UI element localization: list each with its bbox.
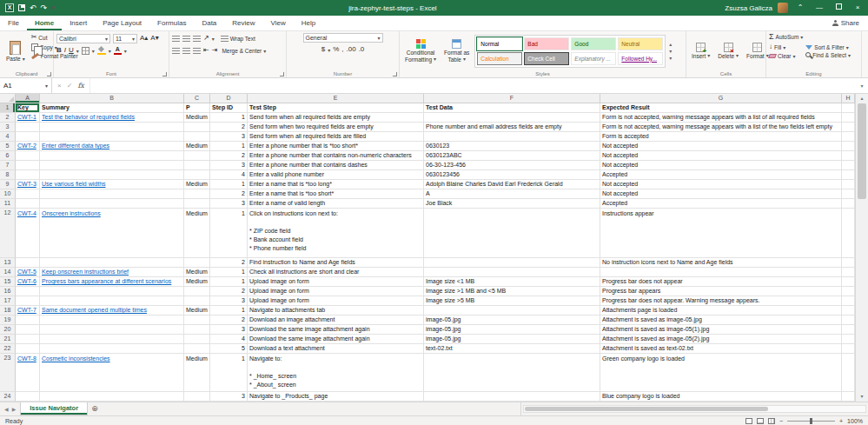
cell-C19[interactable] (184, 315, 210, 325)
cell-G14[interactable] (600, 268, 842, 277)
row-header-7[interactable]: 7 (0, 161, 16, 170)
cell-A2[interactable]: CWT-1 (16, 113, 40, 123)
bold-button[interactable]: B (56, 46, 62, 55)
cell-A24[interactable] (16, 392, 40, 402)
cell-H5[interactable] (842, 142, 855, 151)
number-dialog-launcher-icon[interactable] (393, 72, 397, 76)
middle-align-icon[interactable] (182, 36, 190, 42)
cell-B7[interactable] (40, 161, 184, 170)
cell-D7[interactable]: 3 (210, 161, 248, 170)
ribbon-tab-file[interactable]: File (0, 16, 27, 30)
column-header-F[interactable]: F (424, 94, 600, 103)
cell-F9[interactable]: Adolph Blaine Charles David Earl Frederi… (424, 180, 600, 189)
zoom-slider[interactable] (787, 421, 835, 422)
cell-D14[interactable]: 1 (210, 268, 248, 277)
cell-D21[interactable]: 4 (210, 335, 248, 344)
cell-E4[interactable]: Send form when all required fields are f… (248, 132, 424, 142)
cell-H23[interactable] (842, 354, 855, 392)
cell-B2[interactable]: Test the behavior of required fields (40, 113, 184, 123)
cell-B14[interactable]: Keep onscreen instructions brief (40, 268, 184, 277)
cell-H20[interactable] (842, 325, 855, 335)
maximize-button[interactable] (832, 0, 845, 16)
page-layout-view-icon[interactable] (757, 418, 764, 424)
cell-B15[interactable]: Progress bars appearance at different sc… (40, 277, 184, 287)
cell-A6[interactable] (16, 151, 40, 161)
find-select-button[interactable]: Find & Select▾ (805, 52, 851, 58)
cell-G6[interactable]: Not accepted (600, 151, 842, 161)
cell-D4[interactable]: 3 (210, 132, 248, 142)
cell-C16[interactable] (184, 287, 210, 296)
cell-D6[interactable]: 2 (210, 151, 248, 161)
cell-A17[interactable] (16, 296, 40, 306)
cell-D1[interactable]: Step ID (210, 103, 248, 113)
cell-B17[interactable] (40, 296, 184, 306)
ribbon-tab-home[interactable]: Home (27, 16, 62, 30)
gallery-up-icon[interactable]: ▴ (669, 41, 672, 47)
cell-D10[interactable]: 2 (210, 189, 248, 199)
cell-A10[interactable] (16, 189, 40, 199)
row-header-5[interactable]: 5 (0, 142, 16, 151)
cell-F3[interactable]: Phone number and email address fields ar… (424, 123, 600, 132)
cell-E6[interactable]: Enter a phone number that contains non-n… (248, 151, 424, 161)
cell-D3[interactable]: 2 (210, 123, 248, 132)
sheet-nav-left-icon[interactable]: ◀ (4, 406, 9, 412)
increase-indent-icon[interactable]: ⇥ (212, 46, 218, 55)
undo-icon[interactable]: ↶ (30, 0, 36, 16)
cell-G2[interactable]: Form is not accepted, warning message ap… (600, 113, 842, 123)
cell-B16[interactable] (40, 287, 184, 296)
cell-style-good[interactable]: Good (571, 37, 616, 50)
format-as-table-button[interactable]: Format as Table▾ (441, 33, 472, 69)
cell-D16[interactable]: 2 (210, 287, 248, 296)
cell-E2[interactable]: Send form when all required fields are e… (248, 113, 424, 123)
cell-H19[interactable] (842, 315, 855, 325)
cell-G8[interactable]: Accepted (600, 170, 842, 180)
cell-E15[interactable]: Upload image on form (248, 277, 424, 287)
cell-G12[interactable]: Instructions appear (600, 209, 842, 258)
row-header-17[interactable]: 17 (0, 296, 16, 306)
cell-G4[interactable]: Form is accepted (600, 132, 842, 142)
cell-A21[interactable] (16, 335, 40, 344)
cell-C7[interactable] (184, 161, 210, 170)
cell-H12[interactable] (842, 209, 855, 258)
scroll-down-icon[interactable]: ▾ (856, 392, 868, 402)
cell-B18[interactable]: Same document opened multiple times (40, 306, 184, 315)
cell-G5[interactable]: Not accepted (600, 142, 842, 151)
top-align-icon[interactable] (172, 36, 180, 42)
sheet-tab-issue-navigator[interactable]: Issue Navigator (20, 402, 88, 415)
formula-input[interactable] (90, 78, 856, 93)
cell-G7[interactable]: Not accepted (600, 161, 842, 170)
cell-C8[interactable] (184, 170, 210, 180)
cell-F16[interactable]: Image size >1 MB and <5 MB (424, 287, 600, 296)
row-header-19[interactable]: 19 (0, 315, 16, 325)
cell-D20[interactable]: 3 (210, 325, 248, 335)
cell-E19[interactable]: Download an image attachment (248, 315, 424, 325)
cell-H4[interactable] (842, 132, 855, 142)
row-header-3[interactable]: 3 (0, 123, 16, 132)
cell-A12[interactable]: CWT-4 (16, 209, 40, 258)
cell-C18[interactable]: Medium (184, 306, 210, 315)
insert-function-icon[interactable]: fx (77, 82, 83, 90)
cell-F10[interactable]: A (424, 189, 600, 199)
row-header-6[interactable]: 6 (0, 151, 16, 161)
cell-F8[interactable]: 0630123456 (424, 170, 600, 180)
minimize-button[interactable]: — (812, 0, 826, 16)
cell-A9[interactable]: CWT-3 (16, 180, 40, 189)
cell-G24[interactable]: Blue company logo is loaded (600, 392, 842, 402)
cell-F21[interactable]: image-05.jpg (424, 335, 600, 344)
ribbon-display-options-icon[interactable]: ⌃ (793, 0, 807, 16)
cell-A14[interactable]: CWT-5 (16, 268, 40, 277)
cell-A16[interactable] (16, 287, 40, 296)
decrease-decimal-icon[interactable]: .0 (359, 45, 365, 54)
wrap-text-button[interactable]: Wrap Text (221, 36, 255, 42)
row-header-15[interactable]: 15 (0, 277, 16, 287)
horizontal-scroll-thumb[interactable] (525, 407, 768, 411)
cell-E5[interactable]: Enter a phone number that is *too short* (248, 142, 424, 151)
cell-A4[interactable] (16, 132, 40, 142)
percent-format-icon[interactable]: % (333, 45, 339, 54)
cell-G23[interactable]: Green company logo is loaded (600, 354, 842, 392)
clear-button[interactable]: Clear▾ (769, 53, 803, 59)
cell-F6[interactable]: 0630123ABC (424, 151, 600, 161)
column-header-D[interactable]: D (210, 94, 248, 103)
cell-B20[interactable] (40, 325, 184, 335)
cell-F13[interactable] (424, 258, 600, 268)
